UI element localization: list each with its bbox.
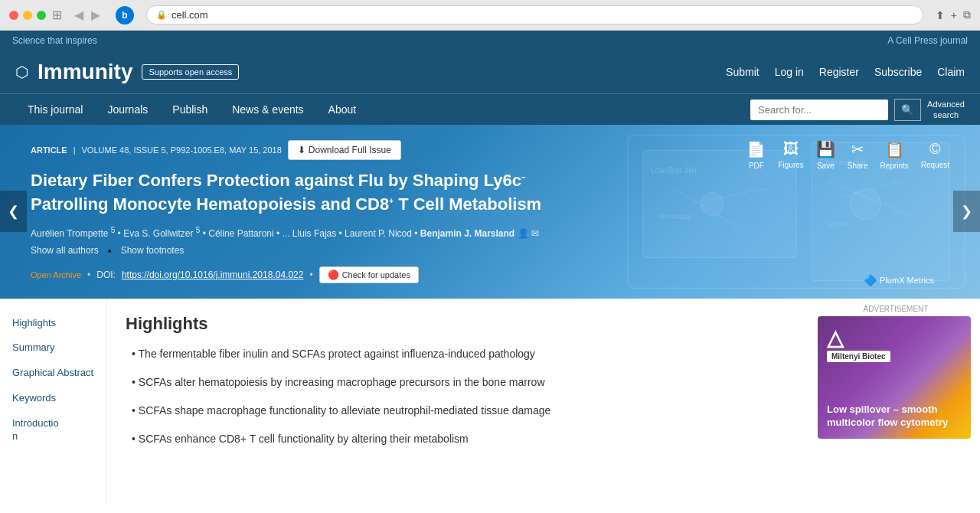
share-icon: ✂ (851, 140, 864, 158)
highlights-title: Highlights (126, 314, 793, 334)
share-action[interactable]: ✂ Share (848, 140, 868, 170)
ad-label: ADVERTISEMENT (818, 305, 974, 313)
main-content: Highlights Summary Graphical Abstract Ke… (0, 299, 980, 505)
journal-name[interactable]: Immunity (38, 60, 132, 84)
logo-area: ⬡ Immunity Supports open access (15, 60, 239, 84)
figures-action[interactable]: 🖼 Figures (778, 140, 803, 170)
reprints-icon: 📋 (885, 140, 904, 158)
save-label: Save (817, 162, 835, 170)
share-button[interactable]: ⬆ (936, 9, 945, 21)
download-label: Download Full Issue (309, 145, 391, 155)
publisher-link[interactable]: A Cell Press journal (887, 35, 968, 46)
banner-prev-button[interactable]: ❮ (0, 191, 27, 232)
request-icon: © (929, 140, 941, 158)
back-button[interactable]: ◀ (71, 6, 87, 24)
page: Science that inspires A Cell Press journ… (0, 31, 980, 513)
article-banner: Low-fiber diet Fiber-rich diet Microbiot… (0, 125, 980, 299)
miltenyi-logo-icon: △ (827, 325, 890, 351)
check-updates-button[interactable]: 🔴 Check for updates (319, 266, 419, 283)
svg-point-12 (850, 188, 880, 219)
doi-link[interactable]: https://doi.org/10.1016/j.immuni.2018.04… (122, 270, 304, 280)
advertisement-area: ADVERTISEMENT △ Miltenyi Biotec Low spil… (812, 299, 980, 505)
banner-next-button[interactable]: ❯ (953, 191, 980, 232)
advanced-search-link[interactable]: Advancedsearch (927, 99, 965, 121)
register-button[interactable]: Register (819, 66, 859, 78)
header: ⬡ Immunity Supports open access Submit L… (0, 51, 980, 93)
reprints-label: Reprints (880, 162, 909, 170)
plumx-icon: 🔷 (864, 274, 877, 286)
pdf-action[interactable]: 📄 PDF (746, 140, 766, 170)
check-updates-label: Check for updates (342, 270, 410, 279)
subscribe-button[interactable]: Subscribe (874, 66, 922, 78)
sidebar-item-keywords[interactable]: Keywords (0, 386, 106, 411)
sidebar: Highlights Summary Graphical Abstract Ke… (0, 299, 107, 505)
nav-journals[interactable]: Journals (95, 94, 160, 125)
search-button[interactable]: 🔍 (894, 99, 921, 121)
download-icon: ⬇ (298, 145, 305, 155)
nav-about[interactable]: About (316, 94, 369, 125)
top-bar: Science that inspires A Cell Press journ… (0, 31, 980, 51)
save-icon: 💾 (816, 140, 835, 158)
nav-arrows: ◀ ▶ (71, 6, 103, 24)
search-input[interactable] (750, 100, 888, 120)
tabs-button[interactable]: ⧉ (963, 8, 971, 21)
bullet-separator: • (87, 270, 90, 280)
show-footnotes-link[interactable]: Show footnotes (121, 245, 185, 257)
article-title: Dietary Fiber Confers Protection against… (31, 169, 582, 217)
show-authors-link[interactable]: Show all authors (31, 245, 99, 257)
title-sup1: − (521, 173, 526, 181)
highlight-item-2: • SCFAs alter hematopoiesis by increasin… (126, 374, 793, 390)
bing-icon[interactable]: b (116, 6, 134, 25)
article-label: ARTICLE (31, 145, 67, 155)
forward-button[interactable]: ▶ (88, 6, 103, 24)
tagline: Science that inspires (12, 35, 97, 46)
title-part3: T Cell Metabolism (394, 194, 541, 214)
save-action[interactable]: 💾 Save (816, 140, 835, 170)
nav-this-journal[interactable]: This journal (15, 94, 95, 125)
figures-label: Figures (778, 161, 803, 169)
doi-label: DOI: (96, 270, 116, 280)
claim-button[interactable]: Claim (937, 66, 965, 78)
svg-text:SCFAs: SCFAs (827, 221, 849, 228)
author-icons: 👤 ✉ (518, 228, 539, 239)
login-button[interactable]: Log in (775, 66, 804, 78)
browser-chrome: ⊞ ◀ ▶ b 🔒 cell.com ⬆ + ⧉ (0, 0, 980, 31)
ad-image[interactable]: △ Miltenyi Biotec Low spillover – smooth… (818, 316, 971, 439)
pdf-icon: 📄 (746, 140, 766, 158)
request-label: Request (921, 161, 949, 169)
search-area: 🔍 Advancedsearch (750, 99, 965, 121)
close-button[interactable] (9, 11, 18, 20)
sidebar-item-introduction[interactable]: Introduction (0, 411, 106, 449)
highlight-item-4: • SCFAs enhance CD8+ T cell functionalit… (126, 431, 793, 447)
share-label: Share (848, 162, 868, 170)
svg-point-11 (701, 192, 724, 215)
open-access-badge[interactable]: Supports open access (142, 64, 239, 80)
maximize-button[interactable] (37, 11, 46, 20)
minimize-button[interactable] (23, 11, 32, 20)
url-text: cell.com (172, 9, 208, 21)
miltenyi-name: Miltenyi Biotec (827, 351, 890, 362)
plumx-badge[interactable]: 🔷 PlumX Metrics (864, 274, 934, 286)
download-full-issue-button[interactable]: ⬇ Download Full Issue (288, 140, 401, 160)
separator: | (74, 145, 76, 155)
highlight-item-1: • The fermentable fiber inulin and SCFAs… (126, 346, 793, 362)
nav-left: This journal Journals Publish News & eve… (15, 94, 368, 125)
corresponding-author: Benjamin J. Marsland (420, 228, 514, 239)
submit-button[interactable]: Submit (726, 66, 760, 78)
sidebar-item-summary[interactable]: Summary (0, 335, 106, 361)
reprints-action[interactable]: 📋 Reprints (880, 140, 909, 170)
request-action[interactable]: © Request (921, 140, 949, 170)
sidebar-item-highlights[interactable]: Highlights (0, 311, 106, 336)
address-bar[interactable]: 🔒 cell.com (146, 5, 923, 25)
nav-news-events[interactable]: News & events (220, 94, 315, 125)
update-icon: 🔴 (328, 270, 339, 280)
sidebar-item-graphical-abstract[interactable]: Graphical Abstract (0, 361, 106, 386)
nav-publish[interactable]: Publish (160, 94, 220, 125)
sidebar-toggle-icon[interactable]: ⊞ (52, 8, 62, 22)
pdf-label: PDF (749, 162, 764, 170)
svg-text:Microbiota: Microbiota (658, 213, 691, 221)
title-part2: Patrolling Monocyte Hematopoiesis and CD… (31, 194, 389, 214)
lock-icon: 🔒 (156, 10, 167, 20)
open-archive-badge: Open Archive (31, 270, 81, 279)
add-tab-button[interactable]: + (951, 9, 957, 21)
